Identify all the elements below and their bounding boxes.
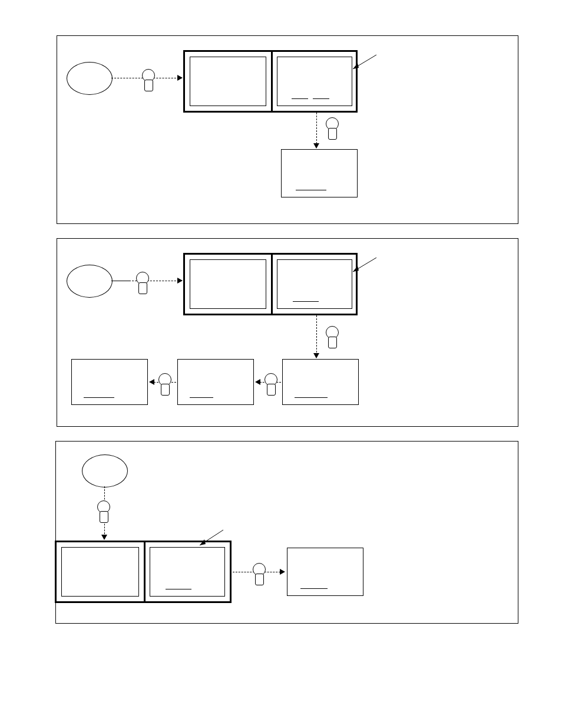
- arrow-right-icon: [177, 278, 183, 284]
- screen-pair: [183, 253, 358, 315]
- magnifier-tag-icon: [250, 563, 268, 587]
- row-box-3: [282, 359, 359, 405]
- magnifier-tag-icon: [323, 117, 341, 141]
- divider: [271, 52, 273, 111]
- start-oval: [67, 62, 113, 95]
- magnifier-tag-icon: [156, 373, 174, 397]
- tag-icon: [328, 337, 337, 348]
- screen-right: [277, 259, 352, 309]
- result-box: [287, 548, 363, 596]
- document-page: [0, 0, 562, 728]
- start-oval: [82, 454, 128, 487]
- panel-1: [57, 35, 518, 224]
- arrow-down-icon: [313, 143, 319, 149]
- tag-icon: [267, 384, 276, 396]
- screen-pair: [183, 50, 358, 113]
- start-oval: [67, 265, 113, 298]
- divider: [144, 542, 146, 601]
- text-underline: [293, 301, 319, 302]
- screen-right: [150, 547, 225, 597]
- text-underline: [84, 397, 114, 398]
- text-underline: [295, 397, 328, 398]
- text-underline: [296, 190, 326, 190]
- tag-icon: [255, 574, 264, 585]
- row-box-1: [71, 359, 148, 405]
- magnifier-tag-icon: [262, 373, 280, 397]
- arrow-right-icon: [177, 75, 183, 81]
- arrow-line: [316, 113, 317, 147]
- text-underline: [166, 589, 191, 589]
- tag-icon: [144, 80, 153, 91]
- screen-left: [61, 547, 139, 597]
- arrow-right-icon: [280, 569, 285, 575]
- panel-3: [55, 441, 518, 624]
- screen-right: [277, 57, 352, 106]
- magnifier-tag-icon: [95, 500, 113, 524]
- svg-marker-5: [200, 539, 206, 545]
- text-underline: [300, 588, 328, 589]
- screen-left: [190, 57, 266, 106]
- arrow-down-icon: [313, 353, 319, 358]
- arrow-left-icon: [255, 379, 260, 385]
- panel-2: [57, 238, 518, 427]
- arrow-line: [316, 315, 317, 355]
- screen-pair: [55, 541, 232, 603]
- divider: [271, 255, 273, 314]
- text-underline: [292, 98, 308, 99]
- magnifier-tag-icon: [140, 69, 157, 93]
- text-underline: [313, 98, 329, 99]
- pointer-line-icon: [351, 258, 380, 275]
- svg-marker-1: [353, 63, 359, 69]
- pointer-line-icon: [351, 55, 380, 73]
- magnifier-tag-icon: [134, 272, 151, 295]
- line: [111, 281, 129, 281]
- row-box-2: [177, 359, 254, 405]
- result-box: [281, 149, 358, 197]
- text-underline: [190, 397, 213, 398]
- svg-marker-3: [353, 266, 359, 272]
- tag-icon: [328, 128, 337, 140]
- tag-icon: [100, 511, 108, 523]
- arrow-down-icon: [101, 535, 107, 540]
- arrow-left-icon: [149, 379, 154, 385]
- tag-icon: [161, 384, 170, 396]
- screen-left: [190, 259, 266, 309]
- pointer-line-icon: [197, 530, 227, 549]
- magnifier-tag-icon: [323, 326, 341, 350]
- tag-icon: [138, 282, 147, 294]
